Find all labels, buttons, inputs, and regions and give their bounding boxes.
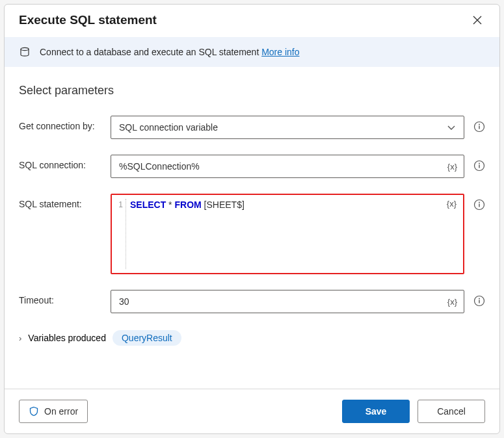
chevron-down-icon: [447, 123, 456, 132]
info-bar: Connect to a database and execute an SQL…: [5, 37, 499, 67]
svg-point-5: [479, 163, 480, 164]
variables-produced-label: Variables produced: [28, 333, 106, 343]
close-icon: [472, 15, 483, 25]
get-connection-by-select[interactable]: SQL connection variable: [111, 116, 464, 139]
label-sql-statement: SQL statement:: [19, 194, 111, 209]
field-get-connection-by: Get connection by: SQL connection variab…: [19, 116, 485, 139]
label-sql-connection: SQL connection:: [19, 155, 111, 170]
sql-keyword: SELECT: [130, 200, 166, 210]
label-get-connection-by: Get connection by:: [19, 116, 111, 131]
info-icon[interactable]: [473, 121, 485, 133]
variables-produced-row[interactable]: › Variables produced QueryResult: [19, 330, 485, 346]
on-error-button[interactable]: On error: [19, 400, 88, 423]
database-icon: [19, 46, 31, 58]
svg-rect-9: [479, 204, 479, 207]
timeout-input[interactable]: 30 {x}: [111, 290, 464, 313]
shield-icon: [29, 406, 39, 417]
sql-connection-value: %SQLConnection%: [119, 161, 200, 172]
variable-picker-button[interactable]: {x}: [447, 297, 457, 307]
close-button[interactable]: [470, 12, 485, 28]
dialog-header: Execute SQL statement: [5, 5, 499, 37]
svg-point-2: [479, 124, 480, 125]
line-number-gutter: 1: [117, 199, 126, 269]
more-info-link[interactable]: More info: [261, 47, 299, 57]
info-icon[interactable]: [473, 295, 485, 307]
sql-connection-input[interactable]: %SQLConnection% {x}: [111, 155, 464, 178]
execute-sql-dialog: Execute SQL statement Connect to a datab…: [4, 4, 500, 434]
svg-point-8: [479, 202, 480, 203]
svg-rect-6: [479, 165, 479, 168]
variable-chip-queryresult[interactable]: QueryResult: [113, 330, 181, 346]
info-icon[interactable]: [473, 160, 485, 172]
footer-right: Save Cancel: [342, 400, 485, 423]
sql-statement-editor[interactable]: 1 SELECT * FROM [SHEET$] {x}: [111, 194, 464, 274]
dialog-title: Execute SQL statement: [19, 13, 157, 27]
svg-point-0: [21, 47, 29, 50]
sql-text: *: [166, 200, 174, 210]
sql-code-content: SELECT * FROM [SHEET$]: [130, 199, 457, 211]
cancel-label: Cancel: [437, 406, 466, 417]
dialog-content: Select parameters Get connection by: SQL…: [5, 67, 499, 389]
info-text-wrap: Connect to a database and execute an SQL…: [40, 47, 300, 57]
cancel-button[interactable]: Cancel: [418, 400, 485, 423]
dialog-footer: On error Save Cancel: [5, 389, 499, 433]
info-text: Connect to a database and execute an SQL…: [40, 47, 261, 57]
field-sql-connection: SQL connection: %SQLConnection% {x}: [19, 155, 485, 178]
chevron-right-icon: ›: [19, 333, 21, 343]
info-icon[interactable]: [473, 199, 485, 211]
line-number: 1: [118, 200, 123, 209]
label-timeout: Timeout:: [19, 290, 111, 305]
field-timeout: Timeout: 30 {x}: [19, 290, 485, 313]
on-error-label: On error: [44, 406, 78, 417]
sql-text: [SHEET$]: [202, 200, 245, 210]
variable-picker-button[interactable]: {x}: [447, 199, 457, 209]
svg-point-11: [479, 298, 480, 300]
timeout-value: 30: [119, 296, 129, 307]
svg-rect-3: [479, 126, 479, 129]
sql-keyword: FROM: [174, 200, 201, 210]
get-connection-by-value: SQL connection variable: [119, 122, 218, 133]
field-sql-statement: SQL statement: 1 SELECT * FROM [SHEET$] …: [19, 194, 485, 274]
section-heading: Select parameters: [19, 84, 485, 97]
variable-picker-button[interactable]: {x}: [447, 162, 457, 172]
svg-rect-12: [479, 300, 479, 303]
save-label: Save: [365, 406, 387, 417]
save-button[interactable]: Save: [342, 400, 410, 423]
